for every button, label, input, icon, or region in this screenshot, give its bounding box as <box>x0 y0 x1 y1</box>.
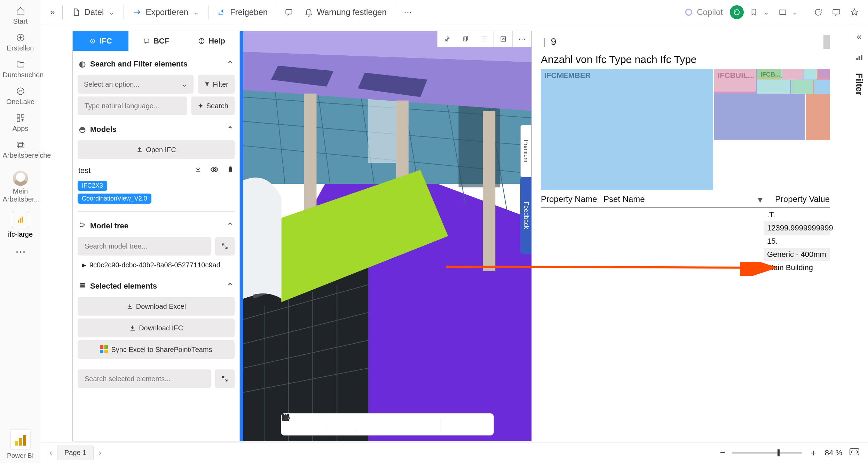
prev-page-icon[interactable]: ‹ <box>49 448 52 458</box>
page-tab[interactable]: Page 1 <box>57 445 94 460</box>
3d-viewport[interactable]: Premium Feedback <box>243 31 531 441</box>
rail-create[interactable]: Erstellen <box>1 29 40 56</box>
svg-point-23 <box>80 222 81 223</box>
delete-icon[interactable] <box>227 165 234 176</box>
table-row[interactable]: .T. <box>764 208 830 221</box>
lock-icon[interactable] <box>305 416 325 432</box>
chat-teams-icon[interactable] <box>281 5 297 19</box>
zoom-out-icon[interactable]: − <box>720 447 725 458</box>
focus-mode-icon[interactable] <box>494 31 513 47</box>
panel-search-filter[interactable]: ◐ Search and Filter elements ⌃ <box>78 56 235 72</box>
filter-button[interactable]: Filter <box>198 75 235 94</box>
copilot-button[interactable]: Copilot <box>679 5 728 20</box>
zoom-in-icon[interactable]: ＋ <box>809 447 818 459</box>
search-button[interactable]: ✦ Search <box>191 96 235 115</box>
tree-search-field[interactable] <box>84 242 205 251</box>
visibility-icon[interactable] <box>210 165 219 176</box>
share-button[interactable]: Freigeben <box>213 5 273 20</box>
hide-icon[interactable] <box>377 416 397 432</box>
panel-selected[interactable]: Selected elements ⌃ <box>78 278 235 294</box>
feedback-tab[interactable]: Feedback <box>520 177 531 254</box>
nl-input-field[interactable] <box>84 102 181 110</box>
visual-more-icon[interactable]: ⋯ <box>513 31 531 47</box>
card-scroll-thumb[interactable] <box>823 35 830 49</box>
rail-start[interactable]: Start <box>1 2 40 29</box>
rail-browse[interactable]: Durchsuchen <box>1 56 40 83</box>
view-dropdown[interactable] <box>775 5 802 19</box>
panel-models[interactable]: ◓ Models ⌃ <box>78 121 235 138</box>
collapse-pane-icon[interactable]: « <box>857 31 861 42</box>
sync-excel-button[interactable]: Sync Excel to SharePoint/Teams <box>78 340 235 359</box>
fit-page-icon[interactable] <box>849 448 860 458</box>
premium-tab[interactable]: Premium <box>520 125 531 177</box>
tm-small6[interactable] <box>782 69 803 79</box>
rail-workspaces[interactable]: Arbeitsbereiche <box>1 136 40 163</box>
tm-small7[interactable] <box>804 69 817 79</box>
set-alert-button[interactable]: Warnung festlegen <box>299 5 392 20</box>
tm-ifcb[interactable]: IFCB... <box>757 69 781 79</box>
rail-apps[interactable]: Apps <box>1 109 40 136</box>
option-select[interactable]: Select an option... ⌄ <box>78 75 194 94</box>
rail-active-report[interactable]: ifc-large <box>1 207 40 242</box>
tm-small8[interactable] <box>818 69 830 79</box>
zoom-slider[interactable] <box>732 452 802 454</box>
card-visual[interactable]: | 9 <box>541 31 830 53</box>
next-page-icon[interactable]: › <box>98 448 101 458</box>
copy-icon[interactable] <box>456 31 475 47</box>
rail-my-workspace[interactable]: Mein Arbeitsber... <box>1 163 40 207</box>
th-psetname[interactable]: Pset Name <box>603 194 673 204</box>
bookmark-dropdown[interactable] <box>746 5 773 19</box>
filter-icon[interactable] <box>475 31 494 47</box>
schema-chip[interactable]: IFC2X3 <box>78 181 107 191</box>
walk-icon[interactable] <box>470 416 490 432</box>
measure-icon[interactable] <box>444 416 464 432</box>
isolate-icon[interactable] <box>418 416 438 432</box>
table-row[interactable]: Generic - 400mm <box>764 248 830 261</box>
open-ifc-button[interactable]: Open IFC <box>78 140 235 159</box>
tab-bcf[interactable]: BCF <box>128 31 184 51</box>
th-propname[interactable]: Property Name <box>541 194 603 204</box>
download-excel-button[interactable]: Download Excel <box>78 297 235 316</box>
th-propvalue[interactable]: Property Value <box>767 194 830 204</box>
view-chip[interactable]: CoordinationView_V2.0 <box>78 194 151 204</box>
selected-search-field[interactable] <box>84 375 205 383</box>
comment-icon[interactable] <box>828 5 844 19</box>
tm-ifcbuil[interactable]: IFCBUIL... <box>714 69 756 92</box>
pin-icon[interactable] <box>437 31 456 47</box>
panel-model-tree[interactable]: Model tree ⌃ <box>78 218 235 234</box>
natural-language-input[interactable] <box>78 96 187 115</box>
file-menu[interactable]: Datei <box>67 5 119 20</box>
tab-help[interactable]: Help <box>184 31 239 51</box>
export-menu[interactable]: Exportieren <box>128 5 204 20</box>
signal-icon[interactable] <box>855 53 864 63</box>
tree-search-input[interactable] <box>78 237 211 256</box>
top-more-icon[interactable]: ⋯ <box>400 5 416 20</box>
treemap-visual[interactable]: IFCMEMBER IFCPLATE IF... IFCWAL... IFCS.… <box>541 69 830 190</box>
svg-point-11 <box>686 9 692 15</box>
expand-selected-button[interactable] <box>215 369 235 388</box>
show-icon[interactable] <box>357 416 377 432</box>
refresh-icon[interactable] <box>810 5 826 19</box>
panel-resize-handle[interactable] <box>240 31 243 441</box>
powerbi-logo-tile[interactable] <box>11 430 30 449</box>
tree-root-item[interactable]: ▶ 9c0c2c90-dcbc-40b2-8a08-05277110c9ad <box>78 258 235 272</box>
expand-tree-button[interactable] <box>215 237 235 256</box>
svg-rect-28 <box>80 286 85 287</box>
table-row[interactable]: 12399.9999999999 <box>764 221 830 235</box>
viewer-filter-icon[interactable] <box>397 416 418 432</box>
selected-search-input[interactable] <box>78 369 211 388</box>
ifc-visual[interactable]: ⋯ IFC BCF Help <box>72 31 532 441</box>
tab-ifc[interactable]: IFC <box>73 31 128 51</box>
favorite-icon[interactable] <box>846 5 862 19</box>
table-row[interactable]: 15. <box>764 235 830 248</box>
filter-pane-label[interactable]: Filter <box>854 73 865 95</box>
rail-onelake[interactable]: OneLake <box>1 83 40 109</box>
rail-more[interactable]: ⋯ <box>0 242 41 260</box>
download-model-icon[interactable] <box>194 165 202 176</box>
section-icon[interactable] <box>331 416 351 432</box>
sort-desc-icon[interactable]: ▼ <box>756 195 764 205</box>
download-ifc-button[interactable]: Download IFC <box>78 319 235 337</box>
reset-view-icon[interactable] <box>730 5 744 19</box>
tm-ifcmember[interactable]: IFCMEMBER <box>541 69 713 190</box>
expand-ribbon-icon[interactable]: » <box>47 5 58 20</box>
